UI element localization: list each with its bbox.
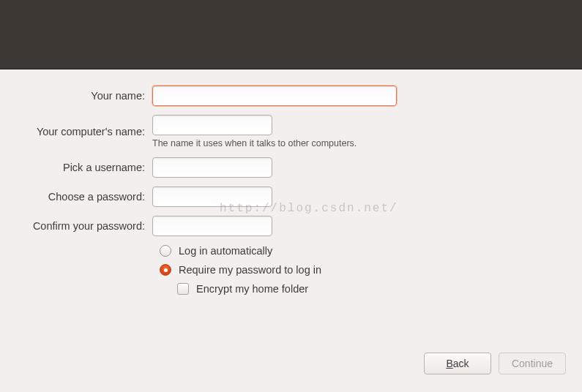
hint-computer-name: The name it uses when it talks to other … [152, 138, 582, 148]
back-button-suffix: ack [453, 358, 469, 369]
label-confirm: Confirm your password: [0, 220, 152, 232]
input-computer-name[interactable] [152, 115, 272, 135]
option-require-password-label: Require my password to log in [179, 264, 321, 276]
option-encrypt-home-label: Encrypt my home folder [196, 283, 308, 295]
footer-buttons: Back Continue [424, 353, 566, 374]
label-your-name: Your name: [0, 90, 152, 102]
input-your-name[interactable] [152, 86, 397, 106]
option-encrypt-home[interactable]: Encrypt my home folder [177, 283, 582, 295]
header-bar [0, 0, 582, 69]
radio-icon [160, 264, 171, 276]
row-password: Choose a password: [0, 186, 582, 207]
back-button[interactable]: Back [424, 353, 491, 374]
label-password: Choose a password: [0, 191, 152, 203]
continue-button-label: Continue [512, 358, 553, 369]
input-confirm-password[interactable] [152, 216, 272, 236]
input-password[interactable] [152, 186, 272, 207]
row-confirm: Confirm your password: [0, 216, 582, 236]
user-setup-form: Your name: Your computer's name: The nam… [0, 69, 582, 295]
label-username: Pick a username: [0, 162, 152, 173]
label-computer-name: Your computer's name: [0, 126, 152, 137]
checkbox-icon [177, 283, 189, 295]
radio-icon [160, 245, 171, 257]
row-username: Pick a username: [0, 157, 582, 178]
login-options: Log in automatically Require my password… [160, 245, 582, 295]
row-your-name: Your name: [0, 86, 582, 106]
back-button-accel: B [446, 358, 452, 369]
input-username[interactable] [152, 157, 272, 178]
row-computer-name: Your computer's name: The name it uses w… [0, 115, 582, 148]
option-auto-login[interactable]: Log in automatically [160, 245, 582, 257]
option-auto-login-label: Log in automatically [179, 245, 272, 257]
continue-button[interactable]: Continue [499, 353, 566, 374]
option-require-password[interactable]: Require my password to log in [160, 264, 582, 276]
